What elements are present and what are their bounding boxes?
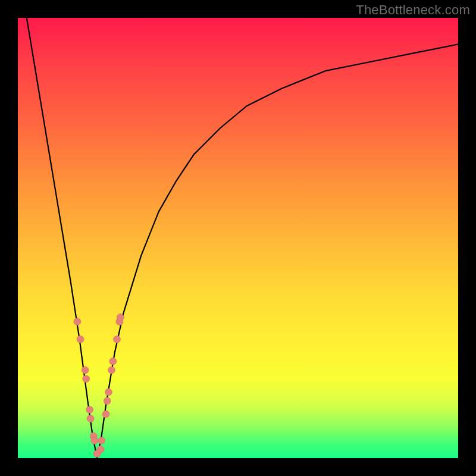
scatter-dot: [109, 358, 117, 365]
scatter-dot: [87, 415, 94, 422]
bottleneck-curve: [27, 18, 458, 458]
scatter-dot: [98, 437, 105, 444]
scatter-dot: [77, 336, 84, 343]
scatter-dot: [108, 367, 115, 374]
scatter-dot: [97, 446, 104, 453]
scatter-dot: [114, 336, 121, 343]
curve-svg: [18, 18, 458, 458]
watermark-text: TheBottleneck.com: [356, 2, 470, 18]
plot-area: [18, 18, 458, 458]
scatter-dot: [105, 389, 112, 396]
scatter-dot: [104, 397, 111, 405]
scatter-dot: [117, 314, 124, 321]
chart-frame: TheBottleneck.com: [0, 0, 476, 476]
scatter-dots: [74, 314, 124, 457]
scatter-dot: [83, 375, 90, 383]
scatter-dot: [86, 406, 93, 414]
scatter-dot: [102, 411, 109, 418]
scatter-dot: [91, 437, 98, 444]
scatter-dot: [82, 367, 89, 374]
scatter-dot: [74, 318, 81, 325]
